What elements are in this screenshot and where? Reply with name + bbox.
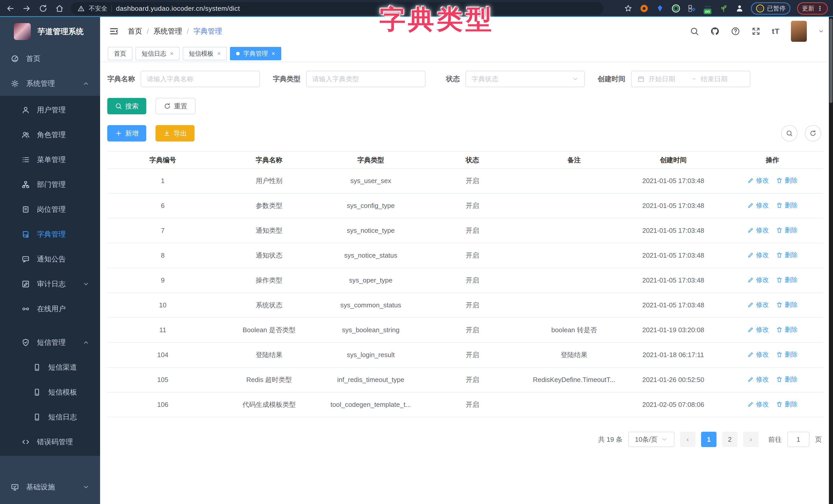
collapse-sidebar-icon[interactable]: [109, 26, 119, 36]
sidebar-item-departments[interactable]: 部门管理: [0, 172, 100, 197]
goto-page-input[interactable]: [787, 432, 809, 447]
edit-link[interactable]: 修改: [747, 201, 769, 209]
tab-home[interactable]: 首页: [108, 47, 133, 60]
extension-icon-5[interactable]: [719, 4, 728, 13]
edit-link[interactable]: 修改: [747, 300, 769, 309]
edit-link[interactable]: 修改: [747, 350, 769, 359]
dict-type-link[interactable]: sys_notice_status: [320, 243, 422, 268]
delete-link[interactable]: 删除: [776, 375, 798, 383]
sidebar-item-home[interactable]: 首页: [0, 46, 100, 71]
sidebar-item-online-users[interactable]: 在线用户: [0, 296, 100, 321]
search-button[interactable]: 搜索: [107, 98, 146, 114]
sidebar-item-infrastructure[interactable]: 基础设施: [0, 475, 100, 499]
delete-link[interactable]: 删除: [776, 251, 798, 259]
sidebar-item-sms-template[interactable]: 短信模板: [0, 380, 100, 405]
sidebar-item-users[interactable]: 用户管理: [0, 97, 100, 122]
edit-link[interactable]: 修改: [747, 375, 769, 383]
end-date-input[interactable]: [701, 75, 739, 83]
reload-icon[interactable]: [38, 3, 48, 14]
breadcrumb-system[interactable]: 系统管理: [153, 26, 182, 36]
sidebar-logo[interactable]: 芋道管理系统: [0, 17, 100, 46]
delete-link[interactable]: 删除: [776, 176, 798, 184]
sidebar-item-menus[interactable]: 菜单管理: [0, 147, 100, 172]
back-icon[interactable]: [5, 3, 16, 14]
dict-type-link[interactable]: sys_oper_type: [320, 268, 422, 293]
edit-link[interactable]: 修改: [747, 176, 769, 184]
dict-type-link[interactable]: inf_redis_timeout_type: [320, 368, 422, 392]
dict-type-link[interactable]: sys_notice_type: [320, 218, 422, 243]
status-select-input[interactable]: [472, 75, 568, 83]
toggle-search-button[interactable]: [781, 125, 798, 142]
tab-sms-log[interactable]: 短信日志 ×: [136, 47, 180, 60]
status-select[interactable]: [466, 71, 585, 87]
breadcrumb-home[interactable]: 首页: [128, 26, 142, 36]
browser-menu-icon[interactable]: ⋮: [817, 5, 823, 11]
font-size-icon[interactable]: tT: [772, 27, 780, 35]
sidebar-item-system[interactable]: 系统管理: [0, 71, 100, 96]
extension-icon-6[interactable]: [735, 4, 744, 13]
start-date-input[interactable]: [648, 75, 687, 83]
dict-type-input[interactable]: [312, 75, 419, 83]
delete-link[interactable]: 删除: [776, 400, 798, 408]
browser-scrollbar[interactable]: [829, 17, 833, 504]
sidebar-item-roles[interactable]: 角色管理: [0, 122, 100, 147]
user-menu-caret-icon[interactable]: [818, 28, 824, 34]
sidebar-item-sms-channel[interactable]: 短信渠道: [0, 355, 100, 380]
fullscreen-icon[interactable]: [752, 27, 761, 36]
bookmark-star-icon[interactable]: [624, 4, 633, 13]
sidebar-item-sms[interactable]: 短信管理: [0, 330, 100, 355]
address-bar[interactable]: 不安全 dashboard.yudao.iocoder.cn/system/di…: [71, 2, 603, 15]
github-icon[interactable]: [710, 27, 719, 36]
url-text[interactable]: dashboard.yudao.iocoder.cn/system/dict: [116, 5, 240, 12]
dict-type-link[interactable]: sys_common_status: [320, 293, 422, 318]
dict-name-input[interactable]: [147, 75, 254, 83]
close-icon[interactable]: ×: [170, 51, 173, 57]
page-button-1[interactable]: 1: [701, 432, 716, 447]
close-icon[interactable]: ×: [217, 51, 221, 57]
refresh-table-button[interactable]: [805, 125, 821, 142]
browser-update-button[interactable]: 更新 ⋮: [797, 2, 828, 15]
edit-link[interactable]: 修改: [747, 400, 769, 408]
dict-type-link[interactable]: sys_user_sex: [320, 169, 422, 193]
prev-page-button[interactable]: ‹: [680, 432, 695, 447]
extension-icon-3[interactable]: [671, 4, 681, 13]
extension-icon-1[interactable]: [640, 4, 649, 13]
sidebar-item-dict[interactable]: 字典管理: [0, 222, 100, 247]
delete-link[interactable]: 删除: [776, 350, 798, 359]
search-icon[interactable]: [690, 27, 699, 36]
dict-type-link[interactable]: sys_login_result: [320, 343, 422, 368]
home-icon[interactable]: [54, 3, 65, 14]
scrollbar-thumb[interactable]: [829, 19, 832, 103]
page-button-2[interactable]: 2: [722, 432, 738, 447]
dict-type-link[interactable]: sys_config_type: [320, 193, 422, 218]
edit-link[interactable]: 修改: [747, 276, 769, 284]
sidebar-item-sms-log[interactable]: 短信日志: [0, 405, 100, 429]
reset-button[interactable]: 重置: [156, 98, 195, 114]
page-size-select[interactable]: 10条/页: [628, 432, 674, 447]
delete-link[interactable]: 删除: [776, 201, 798, 209]
tab-dict-active[interactable]: 字典管理 ×: [230, 47, 281, 60]
extension-icon-2[interactable]: [656, 4, 665, 13]
date-range-picker[interactable]: ~: [631, 71, 751, 87]
delete-link[interactable]: 删除: [776, 276, 798, 284]
sidebar-item-audit-log[interactable]: 审计日志: [0, 272, 100, 296]
user-avatar[interactable]: [791, 21, 807, 42]
sidebar-item-posts[interactable]: 岗位管理: [0, 197, 100, 222]
tab-sms-template[interactable]: 短信模板 ×: [183, 47, 227, 60]
sidebar-item-notice[interactable]: 通知公告: [0, 247, 100, 272]
security-label[interactable]: 不安全: [89, 4, 107, 12]
help-icon[interactable]: [731, 27, 740, 36]
edit-link[interactable]: 修改: [747, 251, 769, 259]
dict-type-link[interactable]: sys_boolean_string: [320, 318, 422, 343]
delete-link[interactable]: 删除: [776, 226, 798, 234]
add-button[interactable]: 新增: [107, 125, 146, 142]
next-page-button[interactable]: ›: [743, 432, 759, 447]
edit-link[interactable]: 修改: [747, 226, 769, 234]
extension-icon-4[interactable]: [687, 4, 696, 13]
sidebar-item-error-codes[interactable]: 错误码管理: [0, 429, 100, 454]
profile-paused-badge[interactable]: 已暂停: [751, 2, 790, 15]
delete-link[interactable]: 删除: [776, 325, 798, 334]
export-button[interactable]: 导出: [156, 125, 194, 142]
extension-icon-on[interactable]: on: [703, 4, 712, 13]
delete-link[interactable]: 删除: [776, 300, 798, 309]
